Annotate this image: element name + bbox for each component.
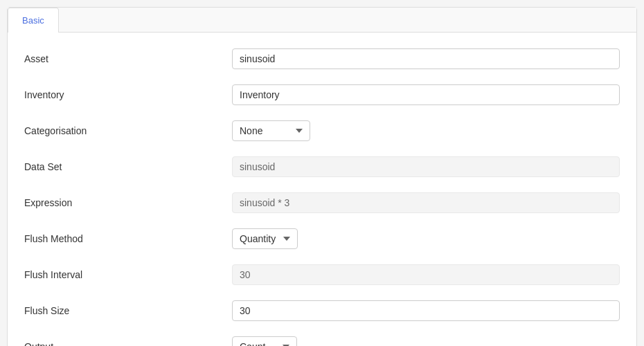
tab-basic[interactable]: Basic: [8, 8, 59, 33]
dataset-control: sinusoid: [232, 156, 620, 177]
inventory-row: Inventory: [24, 82, 620, 107]
dataset-label: Data Set: [24, 161, 232, 172]
expression-label: Expression: [24, 197, 232, 208]
categorisation-select[interactable]: NoneCategory ACategory B: [232, 120, 310, 141]
output-row: Output CountSumAverageMinMax: [24, 334, 620, 346]
flush-method-control: QuantityTimeBoth: [232, 228, 620, 249]
flush-size-row: Flush Size: [24, 298, 620, 323]
flush-size-label: Flush Size: [24, 305, 232, 316]
asset-input[interactable]: [232, 48, 620, 69]
inventory-label: Inventory: [24, 89, 232, 100]
flush-method-label: Flush Method: [24, 233, 232, 244]
flush-interval-value: 30: [232, 264, 620, 285]
asset-label: Asset: [24, 53, 232, 64]
categorisation-label: Categorisation: [24, 125, 232, 136]
asset-control: [232, 48, 620, 69]
inventory-input[interactable]: [232, 84, 620, 105]
inventory-control: [232, 84, 620, 105]
asset-row: Asset: [24, 46, 620, 71]
flush-interval-row: Flush Interval 30: [24, 262, 620, 287]
dataset-row: Data Set sinusoid: [24, 154, 620, 179]
dataset-value: sinusoid: [232, 156, 620, 177]
output-label: Output: [24, 341, 232, 346]
categorisation-row: Categorisation NoneCategory ACategory B: [24, 118, 620, 143]
output-control: CountSumAverageMinMax: [232, 336, 620, 346]
main-container: Basic Asset Inventory Categorisation Non…: [7, 7, 637, 346]
expression-row: Expression sinusoid * 3: [24, 190, 620, 215]
expression-control: sinusoid * 3: [232, 192, 620, 213]
flush-method-select[interactable]: QuantityTimeBoth: [232, 228, 298, 249]
output-select[interactable]: CountSumAverageMinMax: [232, 336, 297, 346]
flush-interval-control: 30: [232, 264, 620, 285]
flush-size-input[interactable]: [232, 300, 620, 321]
expression-value: sinusoid * 3: [232, 192, 620, 213]
categorisation-control: NoneCategory ACategory B: [232, 120, 620, 141]
flush-method-row: Flush Method QuantityTimeBoth: [24, 226, 620, 251]
form-body: Asset Inventory Categorisation NoneCateg…: [8, 33, 636, 346]
flush-size-control: [232, 300, 620, 321]
flush-interval-label: Flush Interval: [24, 269, 232, 280]
tab-bar: Basic: [8, 8, 636, 33]
